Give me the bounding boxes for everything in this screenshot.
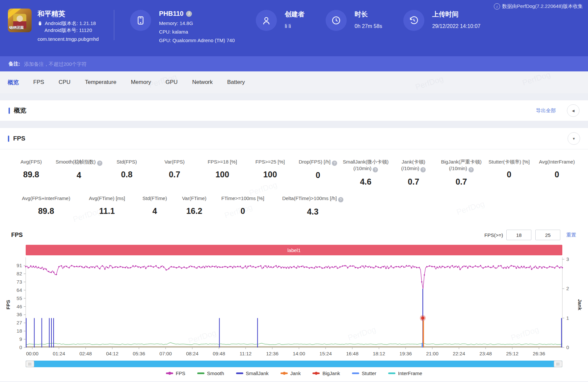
stat-label: FTime>=100ms [%]	[214, 195, 272, 202]
help-icon[interactable]: ?	[420, 167, 426, 172]
legend-item-jank[interactable]: Jank	[281, 370, 301, 376]
stat-avg-ftime-ms-: Avg(FTime) [ms]11.1	[79, 195, 135, 216]
stat-drop-fps-h-: Drop(FPS) [/h]?0	[294, 159, 342, 187]
svg-text:46: 46	[16, 304, 22, 309]
legend-item-fps[interactable]: FPS	[166, 370, 185, 376]
stat-ftime-100ms-: FTime>=100ms [%]0	[214, 195, 272, 216]
upload-time-block: 上传时间 29/12/2022 14:10:07	[403, 0, 481, 31]
help-icon[interactable]: ?	[373, 167, 378, 172]
svg-text:02:48: 02:48	[79, 351, 92, 356]
overview-collapse-button[interactable]: ◀	[567, 104, 579, 117]
stat-value: 89.8	[7, 170, 55, 179]
svg-text:11:12: 11:12	[240, 351, 252, 356]
collapse-down-icon: ▼	[572, 137, 575, 140]
stat-label: Avg(InterFrame)	[533, 159, 581, 165]
svg-text:82: 82	[16, 271, 22, 276]
svg-text:26:36: 26:36	[533, 351, 545, 356]
section-gap-2	[0, 121, 588, 128]
phone-icon	[130, 10, 151, 31]
fps-line	[26, 266, 562, 289]
stat-label: Var(FTime)	[174, 195, 214, 202]
legend-item-interframe[interactable]: InterFrame	[388, 370, 422, 376]
tab-memory[interactable]: Memory	[131, 79, 151, 86]
stat-value: 0	[533, 170, 581, 179]
stat-fps-25-: FPS>=25 [%]100	[246, 159, 294, 187]
tab-概览[interactable]: 概览	[8, 79, 19, 86]
device-name: PHB110	[159, 10, 184, 17]
scrollbar-right-handle[interactable]: |||	[554, 361, 562, 367]
chart-legend: FPSSmoothSmallJankJankBigJankStutterInte…	[0, 370, 588, 376]
svg-text:18:12: 18:12	[373, 351, 385, 356]
stat-std-ftime-: Std(FTime)4	[135, 195, 174, 216]
legend-swatch	[388, 372, 395, 374]
legend-item-smalljank[interactable]: SmallJank	[236, 370, 269, 376]
svg-text:12:36: 12:36	[266, 351, 279, 356]
stat-value: 0	[485, 170, 533, 179]
legend-label: InterFrame	[398, 370, 422, 376]
source-note: i 数据由PerfDog(7.2.220648)版本收集	[494, 3, 583, 10]
stat-label: BigJank(严重卡顿)(/10min)?	[438, 159, 485, 172]
stat-jank-: Jank(卡顿)(/10min)?0.7	[389, 159, 437, 187]
stat-label: FPS>=25 [%]	[246, 159, 294, 165]
fps-threshold-high-input[interactable]	[535, 230, 560, 240]
svg-text:55: 55	[16, 295, 22, 301]
creator-value: li li	[285, 23, 305, 29]
duration-value: 0h 27m 58s	[355, 23, 382, 29]
help-icon[interactable]: ?	[332, 161, 337, 166]
svg-text:15:24: 15:24	[319, 351, 332, 356]
app-package: com.tencent.tmgp.pubgmhd	[38, 36, 99, 42]
legend-item-stutter[interactable]: Stutter	[352, 370, 376, 376]
overview-title: 概览	[14, 106, 26, 115]
section-gap	[0, 93, 588, 100]
device-block: PHB110 i Memory: 14.8G CPU: kalama GPU: …	[130, 0, 235, 43]
stat-var-ftime-: Var(FTime)16.2	[174, 195, 214, 216]
tab-gpu[interactable]: GPU	[166, 79, 178, 86]
android-icon	[38, 21, 42, 26]
help-icon[interactable]: ?	[338, 197, 343, 202]
svg-text:36: 36	[16, 312, 22, 317]
legend-item-bigjank[interactable]: BigJank	[312, 370, 340, 376]
duration-label: 时长	[355, 10, 382, 19]
svg-text:64: 64	[16, 287, 22, 293]
device-info-icon[interactable]: i	[186, 11, 192, 17]
legend-item-smooth[interactable]: Smooth	[197, 370, 224, 376]
person-icon	[256, 10, 277, 31]
reset-link[interactable]: 重置	[566, 232, 576, 238]
device-memory: Memory: 14.8G	[159, 20, 235, 26]
svg-text:05:36: 05:36	[133, 351, 145, 356]
fps-collapse-button[interactable]: ▼	[568, 132, 580, 145]
stat-label: Jank(卡顿)(/10min)?	[389, 159, 437, 172]
svg-text:09:48: 09:48	[213, 351, 225, 356]
scrollbar-left-handle[interactable]: |||	[26, 361, 34, 367]
fps-chart[interactable]: 091827364655647382910123FPSJank00:0001:2…	[0, 255, 588, 359]
fps-chart-svg: 091827364655647382910123FPSJank00:0001:2…	[0, 255, 588, 357]
svg-text:FPS: FPS	[5, 300, 11, 309]
help-icon[interactable]: ?	[468, 167, 474, 172]
stat-value: 100	[199, 170, 246, 179]
chart-scrollbar[interactable]: ||| |||	[26, 361, 562, 367]
legend-swatch	[281, 372, 288, 374]
tab-network[interactable]: Network	[192, 79, 213, 86]
legend-label: Smooth	[207, 370, 224, 376]
help-icon[interactable]: ?	[97, 161, 102, 166]
fps-threshold-low-input[interactable]	[506, 230, 531, 240]
app-icon: 锦绣团圆	[8, 9, 32, 32]
tab-fps[interactable]: FPS	[33, 79, 44, 86]
svg-text:73: 73	[16, 279, 22, 285]
tab-temperature[interactable]: Temperature	[85, 79, 116, 86]
tab-battery[interactable]: Battery	[227, 79, 245, 86]
svg-text:91: 91	[16, 263, 22, 268]
svg-text:16:48: 16:48	[346, 351, 359, 356]
stat-avg-fps-: Avg(FPS)89.8	[7, 159, 55, 187]
header-divider	[114, 10, 114, 40]
fps-card: FPS ▼ Avg(FPS)89.8Smooth(稳帧指数)?4Std(FPS)…	[0, 128, 588, 381]
tab-cpu[interactable]: CPU	[59, 79, 70, 86]
svg-text:00:00: 00:00	[26, 351, 39, 356]
remark-input[interactable]	[23, 61, 222, 67]
svg-text:23:48: 23:48	[479, 351, 492, 356]
stat-value: 0.7	[438, 177, 485, 187]
label1-text: label1	[287, 247, 301, 253]
export-all-link[interactable]: 导出全部	[536, 108, 556, 114]
stat-label: Avg(FPS)	[7, 159, 55, 165]
svg-text:0: 0	[19, 344, 22, 350]
